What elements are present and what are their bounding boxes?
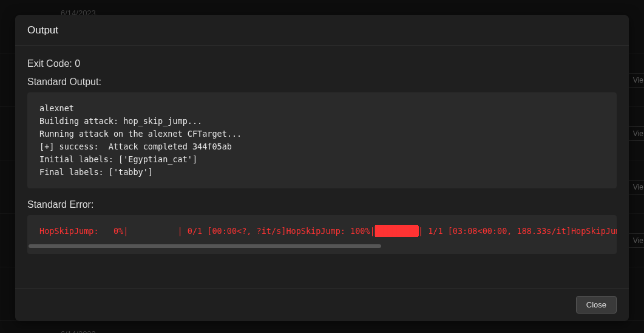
stdout-label: Standard Output: [27,77,617,88]
horizontal-scrollbar[interactable] [29,244,381,248]
modal-body: Exit Code: 0 Standard Output: alexnet Bu… [15,46,629,288]
exit-code-label: Exit Code: 0 [27,58,617,69]
stderr-block[interactable]: HopSkipJump: 0%| | 0/1 [00:00<?, ?it/s]H… [27,215,617,255]
close-button[interactable]: Close [576,296,617,314]
progress-bar-glyph: ██████████ [375,225,418,238]
output-modal: Output Exit Code: 0 Standard Output: ale… [15,15,629,321]
modal-header: Output [15,15,629,46]
stderr-label: Standard Error: [27,199,617,210]
modal-footer: Close [15,288,629,321]
modal-title: Output [27,24,617,36]
stderr-text-pre: HopSkipJump: 0%| | 0/1 [00:00<?, ?it/s]H… [39,226,375,236]
stdout-block: alexnet Building attack: hop_skip_jump..… [27,92,617,188]
stderr-text-post: | 1/1 [03:08<00:00, 188.33s/it]HopSkipJu… [418,226,617,236]
